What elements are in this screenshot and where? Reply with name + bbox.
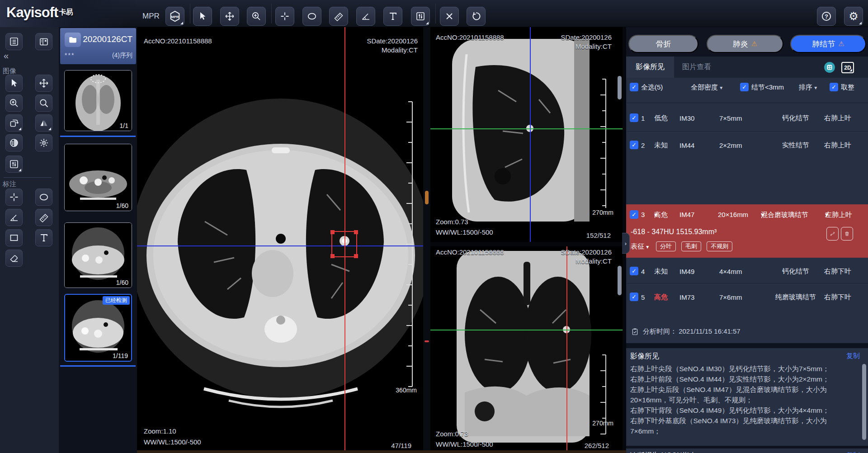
rail-angle-tool[interactable]	[5, 209, 23, 226]
ruler-tool-button[interactable]	[329, 7, 348, 26]
window-level-button[interactable]	[411, 7, 430, 26]
mode-lung-nodule-button[interactable]: 肺结节⚠	[790, 35, 866, 53]
ruler-icon	[38, 212, 49, 223]
crosshair-horizontal-blue[interactable]	[137, 245, 423, 246]
nodule-checkbox[interactable]: ✓	[630, 293, 638, 301]
mode-pneumonia-button[interactable]: 肺炎⚠	[707, 35, 783, 53]
copy-findings-link[interactable]: 复制	[846, 352, 860, 360]
study-date: SDate:20200126	[561, 33, 612, 41]
rail-rect-tool[interactable]	[5, 229, 23, 246]
rail-magnify-tool[interactable]	[35, 94, 52, 112]
warning-icon: ⚠	[838, 40, 844, 48]
help-button[interactable]	[817, 7, 836, 26]
series-thumbnail-3[interactable]: 1/60	[64, 222, 132, 288]
crosshair-vertical-blue[interactable]	[530, 27, 531, 242]
rail-zoom-tool[interactable]	[5, 94, 23, 112]
rail-invert-tool[interactable]	[5, 134, 23, 151]
rail-ellipse-tool[interactable]	[35, 189, 52, 206]
mode-fracture-button[interactable]: 骨折	[628, 35, 698, 53]
delete-nodule-button[interactable]	[841, 227, 853, 241]
findings-scrollbar-thumb[interactable]	[862, 364, 866, 440]
delete-annotation-button[interactable]	[440, 7, 459, 26]
nodule-checkbox[interactable]: ✓	[630, 267, 638, 275]
density-filter-dropdown[interactable]: 全部密度 ▾	[691, 83, 722, 92]
series-thumbnail-1[interactable]: 1/1	[64, 70, 132, 131]
axial-scrollbar-thumb[interactable]	[425, 191, 429, 204]
feature-tag[interactable]: 分叶	[656, 241, 676, 251]
sagittal-viewport[interactable]: AccNO:202101158888 SDate:20200126 Modali…	[430, 27, 623, 242]
nodule-roi-box[interactable]	[331, 231, 357, 257]
round-label[interactable]: 取整	[841, 83, 854, 92]
rail-text-tool[interactable]	[35, 229, 52, 246]
nodule-row-4[interactable]: ✓ 4 未知 IM49 4×4mm 钙化结节 右肺下叶	[626, 260, 868, 283]
lesion-track-button[interactable]	[826, 227, 839, 241]
study-tab[interactable]: 20200126CT *** (4)序列	[60, 28, 136, 64]
nodule-row-5[interactable]: ✓ 5 高危 IM73 7×6mm 纯磨玻璃结节 右肺下叶	[626, 285, 868, 309]
series-thumbnail-2[interactable]: 1/60	[64, 144, 132, 211]
rail-rotate-tool[interactable]	[5, 114, 23, 132]
report-title[interactable]: 诊断报告 NCCN指南 ▾	[630, 451, 701, 453]
feature-tag[interactable]: 毛刺	[681, 241, 701, 251]
crosshair-horizontal-green[interactable]	[430, 128, 623, 129]
mpr-layout-button[interactable]	[165, 7, 184, 26]
small-nodule-checkbox[interactable]: ✓	[740, 83, 749, 91]
window-level: WW/WL:1500/-500	[144, 438, 201, 446]
folder-button[interactable]	[65, 33, 81, 47]
reset-button[interactable]	[467, 7, 486, 26]
rail-crosshair-tool[interactable]	[5, 189, 23, 206]
feature-tag[interactable]: 不规则	[707, 241, 732, 251]
study-patient: ***	[65, 52, 75, 59]
pan-tool-button[interactable]	[220, 7, 239, 26]
rail-select-tool[interactable]	[5, 75, 23, 92]
coronal-viewport[interactable]: AccNO:202101158888 SDate:20200126 Modali…	[430, 246, 623, 453]
angle-tool-button[interactable]	[356, 7, 375, 26]
round-checkbox[interactable]: ✓	[830, 83, 838, 91]
crosshair-tool-button[interactable]	[275, 7, 294, 26]
axial-viewport[interactable]: AccNO:202101158888 SDate:20200126 Modali…	[137, 27, 423, 453]
zoom-tool-button[interactable]	[247, 7, 266, 26]
select-tool-button[interactable]	[193, 7, 212, 26]
tab-findings[interactable]: 影像所见	[626, 57, 674, 78]
crosshair-vertical-red[interactable]	[566, 246, 567, 453]
nodule-checkbox[interactable]: ✓	[630, 210, 638, 219]
sagittal-scrollbar-thumb[interactable]	[618, 76, 622, 99]
rail-pan-tool[interactable]	[35, 75, 52, 92]
2d-view-button[interactable]: 2D	[841, 62, 854, 73]
rail-brightness-tool[interactable]	[35, 134, 52, 151]
feature-dropdown[interactable]: 表征 ▾	[631, 242, 649, 251]
small-nodule-label[interactable]: 结节<3mm	[751, 83, 784, 92]
finding-line: 右肺上叶尖段（SeNO.4 IM30）见钙化结节影，大小为7×5mm；	[630, 363, 855, 374]
collapse-rail-button[interactable]: «	[4, 51, 9, 61]
nodule-checkbox[interactable]: ✓	[630, 141, 638, 149]
coronal-scrollbar-thumb[interactable]	[618, 266, 622, 295]
nodule-row-2[interactable]: ✓ 2 未知 IM44 2×2mm 实性结节 右肺上叶	[626, 133, 868, 157]
series-thumbnail-4-selected[interactable]: 已经检测 1/119	[64, 294, 132, 362]
rail-eraser-tool[interactable]	[5, 250, 23, 267]
nodule-row-1[interactable]: ✓ 1 低危 IM30 7×5mm 钙化结节 右肺上叶	[626, 105, 868, 131]
tab-image-view[interactable]: 图片查看	[674, 57, 719, 78]
search-icon	[38, 98, 49, 109]
crosshair-horizontal-green[interactable]	[430, 330, 623, 330]
rail-window-level-tool[interactable]	[5, 156, 23, 173]
settings-button[interactable]: ⚙	[844, 7, 863, 26]
series-list-button[interactable]	[5, 33, 23, 50]
copy-report-link[interactable]: 复制	[846, 451, 860, 453]
report-icon[interactable]	[824, 61, 835, 73]
select-all-label[interactable]: 全选(5)	[641, 83, 663, 92]
sort-dropdown[interactable]: 排序 ▾	[799, 83, 817, 92]
chevron-down-icon: ▾	[825, 211, 829, 219]
text-tool-button[interactable]	[383, 7, 402, 26]
axial-scrollbar-track[interactable]	[423, 27, 430, 453]
nodule-row-3-selected[interactable]: ✓ 3 高危 ▾ IM47 20×16mm 混合磨玻璃结节 ▾ 左肺上叶 ▾ -…	[626, 204, 868, 258]
nodule-location: 右肺上叶	[816, 114, 851, 123]
close-panel-button[interactable]	[35, 33, 52, 50]
rail-ruler-tool[interactable]	[35, 209, 52, 226]
ellipse-tool-button[interactable]	[302, 7, 321, 26]
panel-expand-handle[interactable]: ›	[622, 233, 630, 254]
nodule-checkbox[interactable]: ✓	[630, 113, 638, 122]
select-all-checkbox[interactable]: ✓	[630, 83, 638, 91]
nodule-number: 1	[641, 114, 645, 122]
series-sidebar: 20200126CT *** (4)序列 1/1	[59, 27, 137, 453]
chevron-down-icon: ▾	[720, 85, 722, 91]
rail-flip-tool[interactable]	[35, 114, 52, 132]
